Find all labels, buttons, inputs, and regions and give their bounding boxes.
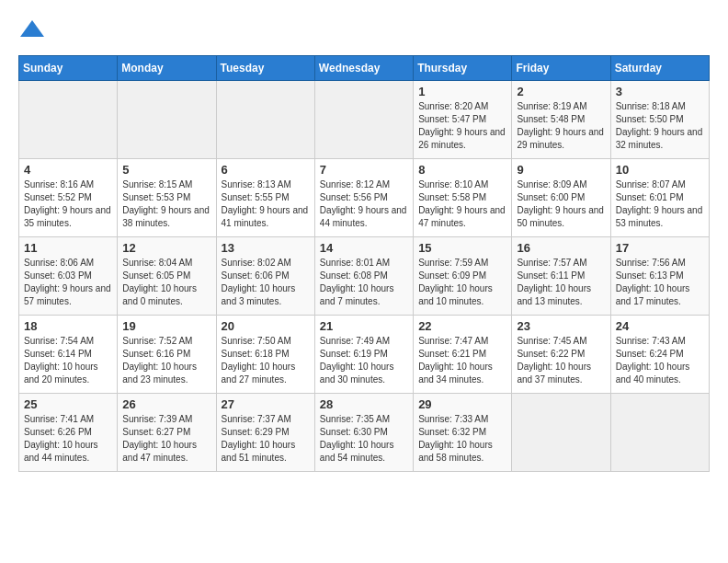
- day-number: 5: [122, 163, 210, 177]
- logo-icon: [18, 18, 46, 46]
- calendar-cell: 2 Sunrise: 8:19 AMSunset: 5:48 PMDayligh…: [512, 81, 610, 159]
- calendar-cell: [512, 394, 610, 472]
- day-detail: Sunrise: 7:49 AMSunset: 6:19 PMDaylight:…: [320, 336, 394, 385]
- calendar-cell: 20 Sunrise: 7:50 AMSunset: 6:18 PMDaylig…: [216, 316, 314, 394]
- day-detail: Sunrise: 7:52 AMSunset: 6:16 PMDaylight:…: [122, 336, 197, 385]
- weekday-header: Tuesday: [216, 56, 314, 81]
- day-number: 17: [616, 241, 704, 255]
- calendar-cell: 8 Sunrise: 8:10 AMSunset: 5:58 PMDayligh…: [414, 159, 512, 237]
- calendar-cell: 25 Sunrise: 7:41 AMSunset: 6:26 PMDaylig…: [19, 394, 118, 472]
- day-detail: Sunrise: 7:41 AMSunset: 6:26 PMDaylight:…: [24, 414, 98, 463]
- calendar-cell: 10 Sunrise: 8:07 AMSunset: 6:01 PMDaylig…: [610, 159, 709, 237]
- day-number: 9: [517, 163, 605, 177]
- day-detail: Sunrise: 8:02 AMSunset: 6:06 PMDaylight:…: [222, 258, 296, 306]
- day-detail: Sunrise: 7:50 AMSunset: 6:18 PMDaylight:…: [222, 336, 296, 385]
- day-number: 12: [122, 241, 210, 255]
- page-header: [18, 18, 710, 46]
- calendar-cell: 15 Sunrise: 7:59 AMSunset: 6:09 PMDaylig…: [414, 237, 512, 316]
- day-detail: Sunrise: 7:37 AMSunset: 6:29 PMDaylight:…: [222, 414, 296, 463]
- day-number: 13: [222, 241, 310, 255]
- day-number: 20: [222, 319, 310, 333]
- day-detail: Sunrise: 8:06 AMSunset: 6:03 PMDaylight:…: [24, 258, 111, 306]
- weekday-header: Friday: [512, 56, 610, 81]
- day-detail: Sunrise: 7:57 AMSunset: 6:11 PMDaylight:…: [517, 258, 591, 306]
- calendar-cell: 9 Sunrise: 8:09 AMSunset: 6:00 PMDayligh…: [512, 159, 610, 237]
- calendar-cell: 13 Sunrise: 8:02 AMSunset: 6:06 PMDaylig…: [216, 237, 314, 316]
- day-number: 4: [24, 163, 112, 177]
- day-detail: Sunrise: 8:13 AMSunset: 5:55 PMDaylight:…: [222, 179, 309, 228]
- day-number: 6: [222, 163, 310, 177]
- logo: [18, 18, 50, 46]
- calendar-cell: 1 Sunrise: 8:20 AMSunset: 5:47 PMDayligh…: [414, 81, 512, 159]
- calendar-week-row: 11 Sunrise: 8:06 AMSunset: 6:03 PMDaylig…: [19, 237, 710, 316]
- day-detail: Sunrise: 7:47 AMSunset: 6:21 PMDaylight:…: [418, 336, 493, 385]
- calendar-cell: [610, 394, 709, 472]
- day-number: 16: [517, 241, 605, 255]
- day-number: 3: [616, 85, 704, 98]
- calendar-cell: 18 Sunrise: 7:54 AMSunset: 6:14 PMDaylig…: [19, 316, 118, 394]
- calendar-cell: 27 Sunrise: 7:37 AMSunset: 6:29 PMDaylig…: [216, 394, 314, 472]
- calendar-cell: 3 Sunrise: 8:18 AMSunset: 5:50 PMDayligh…: [610, 81, 709, 159]
- weekday-header: Saturday: [610, 56, 709, 81]
- calendar-cell: 26 Sunrise: 7:39 AMSunset: 6:27 PMDaylig…: [118, 394, 216, 472]
- calendar-cell: 23 Sunrise: 7:45 AMSunset: 6:22 PMDaylig…: [512, 316, 610, 394]
- calendar-cell: 16 Sunrise: 7:57 AMSunset: 6:11 PMDaylig…: [512, 237, 610, 316]
- day-detail: Sunrise: 8:15 AMSunset: 5:53 PMDaylight:…: [122, 179, 210, 228]
- calendar-cell: 5 Sunrise: 8:15 AMSunset: 5:53 PMDayligh…: [118, 159, 216, 237]
- calendar-cell: [216, 81, 314, 159]
- day-number: 29: [418, 397, 506, 411]
- calendar-cell: [314, 81, 413, 159]
- day-detail: Sunrise: 8:18 AMSunset: 5:50 PMDaylight:…: [616, 101, 703, 150]
- day-number: 23: [517, 319, 605, 333]
- day-number: 7: [320, 163, 408, 177]
- day-detail: Sunrise: 7:56 AMSunset: 6:13 PMDaylight:…: [616, 258, 690, 306]
- day-number: 25: [24, 397, 112, 411]
- calendar-cell: 11 Sunrise: 8:06 AMSunset: 6:03 PMDaylig…: [19, 237, 118, 316]
- day-detail: Sunrise: 8:01 AMSunset: 6:08 PMDaylight:…: [320, 258, 394, 306]
- calendar-cell: 29 Sunrise: 7:33 AMSunset: 6:32 PMDaylig…: [414, 394, 512, 472]
- calendar-cell: 4 Sunrise: 8:16 AMSunset: 5:52 PMDayligh…: [19, 159, 118, 237]
- day-number: 24: [616, 319, 704, 333]
- calendar-cell: 28 Sunrise: 7:35 AMSunset: 6:30 PMDaylig…: [314, 394, 413, 472]
- day-detail: Sunrise: 7:33 AMSunset: 6:32 PMDaylight:…: [418, 414, 493, 463]
- day-detail: Sunrise: 8:20 AMSunset: 5:47 PMDaylight:…: [418, 101, 506, 150]
- calendar-cell: 17 Sunrise: 7:56 AMSunset: 6:13 PMDaylig…: [610, 237, 709, 316]
- day-number: 19: [122, 319, 210, 333]
- day-detail: Sunrise: 7:35 AMSunset: 6:30 PMDaylight:…: [320, 414, 394, 463]
- day-number: 14: [320, 241, 408, 255]
- day-detail: Sunrise: 8:10 AMSunset: 5:58 PMDaylight:…: [418, 179, 506, 228]
- calendar-cell: 21 Sunrise: 7:49 AMSunset: 6:19 PMDaylig…: [314, 316, 413, 394]
- day-detail: Sunrise: 7:43 AMSunset: 6:24 PMDaylight:…: [616, 336, 690, 385]
- day-detail: Sunrise: 7:45 AMSunset: 6:22 PMDaylight:…: [517, 336, 591, 385]
- calendar-cell: 14 Sunrise: 8:01 AMSunset: 6:08 PMDaylig…: [314, 237, 413, 316]
- day-detail: Sunrise: 8:16 AMSunset: 5:52 PMDaylight:…: [24, 179, 111, 228]
- day-detail: Sunrise: 7:39 AMSunset: 6:27 PMDaylight:…: [122, 414, 197, 463]
- day-number: 18: [24, 319, 112, 333]
- calendar-table: SundayMondayTuesdayWednesdayThursdayFrid…: [18, 55, 710, 472]
- day-detail: Sunrise: 7:59 AMSunset: 6:09 PMDaylight:…: [418, 258, 493, 306]
- day-detail: Sunrise: 8:19 AMSunset: 5:48 PMDaylight:…: [517, 101, 604, 150]
- calendar-week-row: 1 Sunrise: 8:20 AMSunset: 5:47 PMDayligh…: [19, 81, 710, 159]
- day-detail: Sunrise: 8:09 AMSunset: 6:00 PMDaylight:…: [517, 179, 604, 228]
- day-number: 21: [320, 319, 408, 333]
- weekday-header: Thursday: [414, 56, 512, 81]
- calendar-week-row: 25 Sunrise: 7:41 AMSunset: 6:26 PMDaylig…: [19, 394, 710, 472]
- weekday-header: Monday: [118, 56, 216, 81]
- svg-marker-0: [20, 20, 44, 37]
- day-number: 8: [418, 163, 506, 177]
- calendar-cell: [19, 81, 118, 159]
- calendar-cell: 7 Sunrise: 8:12 AMSunset: 5:56 PMDayligh…: [314, 159, 413, 237]
- calendar-week-row: 4 Sunrise: 8:16 AMSunset: 5:52 PMDayligh…: [19, 159, 710, 237]
- day-number: 11: [24, 241, 112, 255]
- calendar-cell: [118, 81, 216, 159]
- day-detail: Sunrise: 8:04 AMSunset: 6:05 PMDaylight:…: [122, 258, 197, 306]
- day-number: 26: [122, 397, 210, 411]
- calendar-cell: 12 Sunrise: 8:04 AMSunset: 6:05 PMDaylig…: [118, 237, 216, 316]
- day-detail: Sunrise: 8:07 AMSunset: 6:01 PMDaylight:…: [616, 179, 703, 228]
- day-detail: Sunrise: 8:12 AMSunset: 5:56 PMDaylight:…: [320, 179, 407, 228]
- day-number: 28: [320, 397, 408, 411]
- calendar-week-row: 18 Sunrise: 7:54 AMSunset: 6:14 PMDaylig…: [19, 316, 710, 394]
- day-number: 22: [418, 319, 506, 333]
- day-number: 15: [418, 241, 506, 255]
- day-number: 27: [222, 397, 310, 411]
